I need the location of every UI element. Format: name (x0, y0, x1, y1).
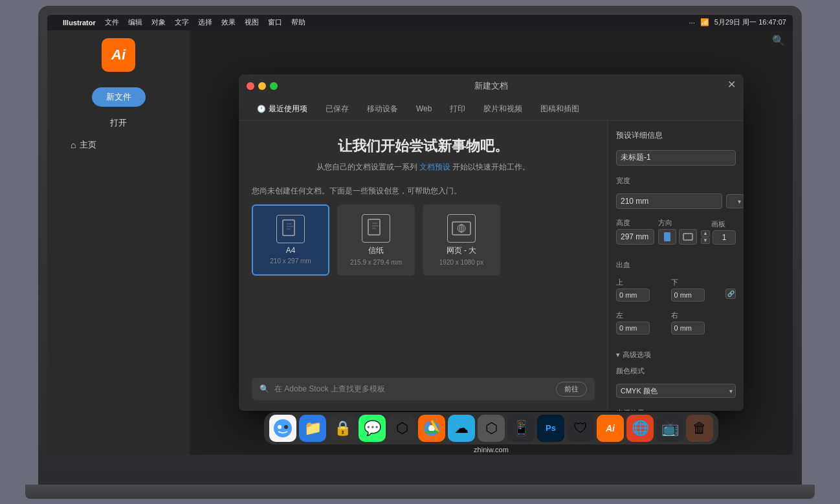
search-go-button[interactable]: 前往 (556, 382, 587, 397)
dock-app2[interactable]: ⬡ (478, 415, 505, 442)
dock-shield[interactable]: 🛡 (567, 415, 594, 442)
height-direction-row: 高度 方向 (616, 218, 736, 245)
dock-chrome[interactable] (418, 415, 445, 442)
clock-icon: 🕐 (257, 105, 266, 113)
color-mode-select[interactable]: CMYK 颜色 RGB 颜色 (616, 384, 736, 398)
minimize-traffic-light[interactable] (258, 82, 266, 90)
raster-label: 光栅效果 (616, 408, 736, 411)
dock-screen[interactable]: 📺 (656, 415, 683, 442)
landscape-btn[interactable] (679, 229, 697, 245)
hero-title: 让我们开始尝试新事物吧。 (252, 137, 595, 156)
bleed-top-bottom: 上 下 🔗 (616, 278, 736, 301)
menu-edit[interactable]: 编辑 (128, 17, 142, 27)
dialog-tabs: 🕐 最近使用项 已保存 移动设备 Web (239, 98, 744, 121)
dock-ps[interactable]: Ps (537, 415, 564, 442)
width-row: 毫米 厘米 像素 英寸 (616, 193, 736, 209)
bleed-left-input[interactable] (616, 322, 650, 334)
hero-desc: 从您自己的文档设置或一系列 文档预设 开始以快速开始工作。 (252, 161, 595, 173)
new-file-button[interactable]: 新文件 (92, 87, 146, 107)
dock-appstore[interactable]: 📱 (507, 415, 535, 442)
dock-app1[interactable]: ⬡ (388, 415, 415, 442)
laptop-screen: Illustrator 文件 编辑 对象 文字 选择 效果 视图 窗口 帮助 ·… (47, 15, 793, 455)
menu-effect[interactable]: 效果 (221, 17, 236, 27)
dock-browser[interactable]: 🌐 (626, 415, 654, 442)
tab-print[interactable]: 打印 (442, 101, 473, 117)
dock-wechat[interactable]: 💬 (359, 415, 386, 442)
sidebar-item-home[interactable]: ⌂ 主页 (47, 137, 190, 153)
width-label: 宽度 (616, 176, 736, 186)
maximize-traffic-light[interactable] (270, 82, 278, 90)
tab-saved[interactable]: 已保存 (318, 101, 357, 117)
bleed-top-col: 上 (616, 278, 667, 301)
menu-select[interactable]: 选择 (198, 17, 212, 27)
menubar-left: Illustrator 文件 编辑 对象 文字 选择 效果 视图 窗口 帮助 (54, 17, 305, 27)
preset-link[interactable]: 文档预设 (419, 162, 450, 171)
open-file-button[interactable]: 打开 (110, 115, 127, 131)
presets-grid: A4 210 x 297 mm 信纸 215.9 x 279.4 mm (252, 204, 595, 276)
dialog-title: 新建文档 (474, 80, 508, 92)
svg-rect-0 (283, 220, 294, 236)
stock-search-bar: 🔍 在 Adobe Stock 上查找更多模板 前往 (252, 378, 595, 400)
tab-film[interactable]: 胶片和视频 (476, 101, 530, 117)
tab-recent[interactable]: 🕐 最近使用项 (249, 101, 315, 117)
color-mode-label: 颜色模式 (616, 366, 736, 376)
bleed-left-col: 左 (616, 311, 667, 334)
preset-letter-name: 信纸 (368, 245, 384, 256)
tab-artwork[interactable]: 图稿和插图 (533, 101, 587, 117)
artboard-up[interactable]: ▲ (701, 230, 710, 237)
preset-web-size: 1920 x 1080 px (439, 259, 483, 266)
tab-web[interactable]: Web (408, 102, 439, 116)
app-name[interactable]: Illustrator (63, 19, 96, 27)
bleed-right-input[interactable] (671, 322, 705, 334)
app-area: Ai 新文件 打开 ⌂ 主页 ZHINIW.COM 🔍 (47, 30, 793, 455)
new-document-dialog: 新建文档 ✕ 🕐 最近使用项 已保存 (239, 74, 744, 411)
preset-a4[interactable]: A4 210 x 297 mm (252, 204, 329, 276)
dock-trash[interactable]: 🗑 (686, 415, 713, 442)
dialog-x-close[interactable]: ✕ (727, 80, 736, 90)
doc-name-input[interactable] (616, 150, 736, 166)
portrait-btn[interactable] (658, 229, 676, 245)
menu-window[interactable]: 窗口 (268, 17, 282, 27)
preset-web-name: 网页 - 大 (447, 245, 477, 256)
dock-cloud[interactable]: ☁ (448, 415, 475, 442)
svg-rect-6 (664, 232, 670, 241)
bleed-top-input[interactable] (616, 289, 650, 301)
svg-point-8 (274, 419, 292, 437)
link-icon[interactable]: 🔗 (725, 289, 736, 299)
svg-rect-7 (683, 234, 692, 240)
advanced-options-toggle[interactable]: ▾ 高级选项 (616, 350, 736, 360)
menu-file[interactable]: 文件 (105, 17, 119, 27)
menu-help[interactable]: 帮助 (291, 17, 305, 27)
dock-finder[interactable] (269, 415, 296, 442)
bleed-bottom-input[interactable] (671, 289, 705, 301)
width-input[interactable] (616, 193, 722, 209)
artboard-input[interactable] (713, 230, 736, 245)
menu-object[interactable]: 对象 (151, 17, 166, 27)
ai-logo: Ai (102, 38, 135, 72)
traffic-lights (247, 82, 278, 90)
tab-mobile[interactable]: 移动设备 (359, 101, 406, 117)
search-bar-placeholder: 在 Adobe Stock 上查找更多模板 (274, 384, 551, 395)
dialog-overlay: 新建文档 ✕ 🕐 最近使用项 已保存 (190, 30, 793, 455)
close-traffic-light[interactable] (247, 82, 254, 90)
search-bar-icon: 🔍 (260, 384, 269, 393)
unit-select-wrap[interactable]: 毫米 厘米 像素 英寸 (726, 194, 744, 208)
artboard-down[interactable]: ▼ (701, 237, 710, 244)
preset-web-large[interactable]: 网页 - 大 1920 x 1080 px (423, 204, 500, 276)
unit-select[interactable]: 毫米 厘米 像素 英寸 (726, 194, 744, 208)
dock-files[interactable]: 📁 (299, 415, 326, 442)
height-input[interactable] (616, 229, 654, 245)
dock-ai[interactable]: Ai (597, 415, 624, 442)
bleed-right-col: 右 (671, 311, 722, 334)
dock-lock[interactable]: 🔒 (329, 415, 356, 442)
menu-type[interactable]: 文字 (175, 17, 189, 27)
laptop-shell: Illustrator 文件 编辑 对象 文字 选择 效果 视图 窗口 帮助 ·… (38, 6, 802, 485)
menubar-right: ··· 📶 5月29日 周一 16:47:07 (689, 17, 786, 27)
menu-view[interactable]: 视图 (245, 17, 259, 27)
color-mode-select-wrap[interactable]: CMYK 颜色 RGB 颜色 (616, 384, 736, 398)
bleed-left-label: 左 (616, 311, 667, 320)
menubar-time: 5月29日 周一 16:47:07 (714, 17, 786, 27)
preset-letter[interactable]: 信纸 215.9 x 279.4 mm (337, 204, 415, 276)
home-label: 主页 (80, 139, 96, 151)
height-label: 高度 (616, 218, 654, 228)
